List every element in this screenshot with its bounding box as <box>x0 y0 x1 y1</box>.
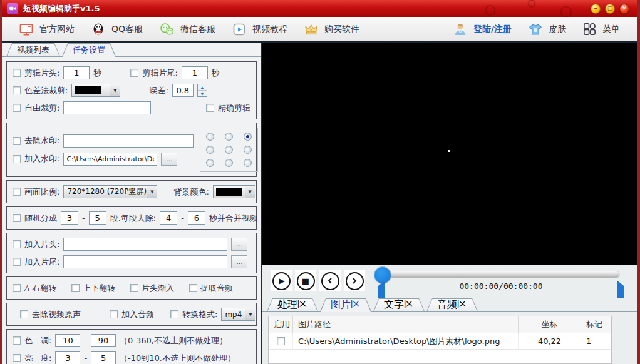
split-tail-label: 秒并合并视频 <box>209 213 258 224</box>
add-watermark-checkbox[interactable] <box>13 155 21 163</box>
stop-button[interactable]: ■ <box>295 270 316 291</box>
split-seg-to-input[interactable] <box>89 211 106 225</box>
brightness-checkbox[interactable] <box>13 354 21 362</box>
remove-watermark-input[interactable] <box>63 134 194 148</box>
tolerance-input[interactable] <box>172 84 194 97</box>
table-row[interactable]: C:\Users\Administrator\Desktop\图片素材\logo… <box>269 333 611 350</box>
precise-cut-checkbox[interactable] <box>206 104 214 112</box>
maximize-button[interactable]: □ <box>605 4 615 14</box>
split-mid-label: 段,每段去除: <box>110 213 157 224</box>
convert-format-checkbox[interactable] <box>170 310 178 318</box>
toolbar-buy-software[interactable]: 购买软件 <box>296 17 368 41</box>
aspect-dropdown[interactable]: 720*1280 (720P竖屏) ▼ <box>63 185 157 198</box>
toolbar-official-site[interactable]: 官方网站 <box>11 17 83 41</box>
flip-horizontal-checkbox[interactable] <box>13 284 21 292</box>
chroma-crop-checkbox[interactable] <box>13 86 21 94</box>
toolbar-login-register[interactable]: 登陆/注册 <box>445 17 520 41</box>
chroma-crop-label: 色差法裁剪: <box>24 85 68 96</box>
group-audio: 去除视频原声 加入音频 转换格式: mp4 ▼ <box>6 303 257 326</box>
chroma-color-dropdown[interactable]: ▼ <box>71 84 120 97</box>
mute-original-checkbox[interactable] <box>20 310 28 318</box>
tab-text-zone[interactable]: 文字区 <box>373 298 425 311</box>
add-outro-input[interactable] <box>63 255 227 268</box>
add-intro-checkbox[interactable] <box>13 240 21 248</box>
trim-head-unit: 秒 <box>93 68 101 79</box>
prev-button[interactable] <box>319 270 341 291</box>
wm-pos-bottom-center[interactable] <box>225 159 233 167</box>
play-button[interactable]: ▶ <box>271 270 292 291</box>
format-value: mp4 <box>222 310 245 319</box>
remove-watermark-checkbox[interactable] <box>13 137 21 145</box>
trim-tail-checkbox[interactable] <box>130 69 138 77</box>
wm-pos-bottom-left[interactable] <box>206 159 214 167</box>
tab-video-list[interactable]: 视频列表 <box>6 43 60 56</box>
dash: - <box>82 213 85 223</box>
split-cut-from-input[interactable] <box>160 211 177 225</box>
add-audio-checkbox[interactable] <box>110 310 118 318</box>
bg-color-label: 背景颜色: <box>173 186 209 198</box>
split-seg-from-input[interactable] <box>61 211 78 225</box>
chevron-down-icon: ▼ <box>245 308 255 320</box>
trim-head-checkbox[interactable] <box>13 69 21 77</box>
seek-track[interactable] <box>382 271 620 278</box>
wm-pos-top-right[interactable] <box>244 133 252 141</box>
image-table-header: 启用 图片路径 坐标 标记 <box>269 316 611 333</box>
browse-intro-button[interactable]: ... <box>231 238 247 251</box>
add-outro-label: 加入片尾: <box>24 256 59 268</box>
tab-task-settings[interactable]: 任务设置 <box>62 43 116 56</box>
tab-audio-zone[interactable]: 音频区 <box>426 298 478 311</box>
brightness-to-input[interactable] <box>91 351 116 364</box>
trim-tail-input[interactable] <box>182 66 208 79</box>
tab-image-zone[interactable]: 图片区 <box>320 298 371 311</box>
toolbar-wechat-support[interactable]: 微信客服 <box>151 17 224 41</box>
browse-outro-button[interactable]: ... <box>231 255 247 268</box>
wm-pos-top-center[interactable] <box>225 133 233 141</box>
tab-process-zone[interactable]: 处理区 <box>267 298 318 311</box>
mute-original-label: 去除视频原声 <box>32 309 81 320</box>
row-enabled-checkbox[interactable] <box>277 337 285 345</box>
wm-pos-mid-center[interactable] <box>225 146 233 154</box>
toolbar-video-tutorial[interactable]: 视频教程 <box>224 17 296 41</box>
add-watermark-path-input[interactable] <box>63 153 157 166</box>
fade-in-checkbox[interactable] <box>130 284 138 292</box>
menu-grid-icon <box>582 22 597 36</box>
toolbar: 官方网站 QQ客服 微信客服 视频教程 购买软件 登陆/注册 皮肤 <box>2 17 637 43</box>
time-display: 00:00:00/00:00:00 <box>382 281 620 291</box>
minimize-button[interactable]: － <box>591 4 601 14</box>
close-button[interactable]: ✕ <box>619 4 629 14</box>
aspect-checkbox[interactable] <box>13 188 21 196</box>
extract-audio-checkbox[interactable] <box>189 284 197 292</box>
tolerance-stepper[interactable]: ▲▼ <box>197 84 207 97</box>
trim-head-label: 剪辑片头: <box>24 68 59 79</box>
split-cut-to-input[interactable] <box>188 211 205 225</box>
toolbar-skin[interactable]: 皮肤 <box>520 17 574 41</box>
chevron-right-icon <box>351 278 358 284</box>
row-path: C:\Users\Administrator\Desktop\图片素材\logo… <box>293 333 519 349</box>
toolbar-menu[interactable]: 菜单 <box>574 17 628 41</box>
trim-head-input[interactable] <box>63 66 90 79</box>
add-intro-label: 加入片头: <box>24 239 59 250</box>
add-outro-checkbox[interactable] <box>13 258 21 266</box>
add-intro-input[interactable] <box>63 238 227 251</box>
toolbar-qq-support[interactable]: QQ客服 <box>83 17 151 41</box>
free-crop-input[interactable] <box>63 101 151 114</box>
group-aspect: 画面比例: 720*1280 (720P竖屏) ▼ 背景颜色: ▼ <box>6 180 257 203</box>
bg-color-dropdown[interactable]: ▼ <box>213 185 255 198</box>
flip-vertical-checkbox[interactable] <box>71 284 80 292</box>
hue-to-input[interactable] <box>91 334 116 347</box>
wm-pos-mid-right[interactable] <box>244 146 252 154</box>
hue-from-input[interactable] <box>55 334 80 347</box>
wm-pos-top-left[interactable] <box>206 133 214 141</box>
wm-pos-mid-left[interactable] <box>206 146 214 154</box>
format-dropdown[interactable]: mp4 ▼ <box>221 308 255 321</box>
browse-watermark-button[interactable]: ... <box>161 153 177 166</box>
video-preview <box>262 43 637 265</box>
hue-checkbox[interactable] <box>13 336 21 345</box>
brightness-label: 亮 度: <box>24 353 51 364</box>
random-split-checkbox[interactable] <box>13 214 21 222</box>
wm-pos-bottom-right[interactable] <box>244 159 252 167</box>
brightness-from-input[interactable] <box>55 351 80 364</box>
row-mark: 1 <box>581 333 612 349</box>
free-crop-checkbox[interactable] <box>13 104 21 112</box>
next-button[interactable] <box>344 270 365 291</box>
